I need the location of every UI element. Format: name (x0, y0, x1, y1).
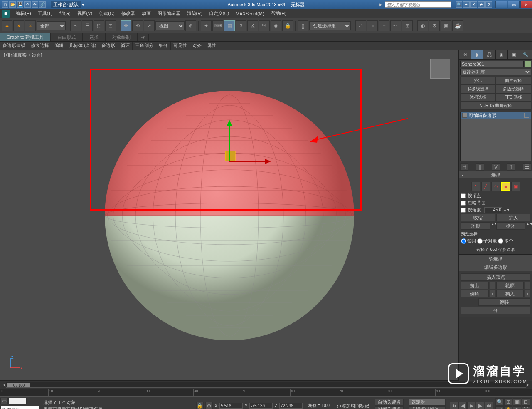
rollout-header-editpoly[interactable]: -编辑多边形 (459, 263, 532, 271)
select-manip-icon[interactable]: ✦ (201, 20, 212, 31)
stack-checkbox-icon[interactable] (524, 113, 529, 118)
snap-3-icon[interactable]: 3 (236, 20, 246, 31)
btn-bevel-settings[interactable]: ▫ (490, 290, 495, 297)
percent-snap-icon[interactable]: % (259, 20, 270, 31)
snap-2d-icon[interactable]: ▦ (224, 20, 235, 31)
btn-outline[interactable]: 轮廓 (496, 282, 524, 289)
menu-modifiers[interactable]: 修改器 (118, 10, 138, 17)
workspace-selector[interactable]: 工作台: 默认 ▾ (51, 1, 84, 8)
btn-insert-vertex[interactable]: 插入顶点 (461, 273, 530, 281)
object-name-input[interactable] (460, 61, 524, 67)
rotate-tool-icon[interactable]: ⟲ (132, 20, 143, 31)
zoom-extents-all-icon[interactable]: ⊡ (522, 398, 530, 406)
tab-motion-icon[interactable]: ◉ (496, 50, 508, 59)
btn-grow[interactable]: 扩大 (496, 214, 531, 221)
panel-subdiv[interactable]: 细分 (156, 42, 171, 50)
keyboard-icon[interactable]: ⌨ (212, 20, 223, 31)
tab-hierarchy-icon[interactable]: 品 (483, 50, 495, 59)
btn-outline-settings[interactable]: ▫ (525, 282, 530, 289)
modbtn-ffd-select[interactable]: FFD 选择 (496, 93, 532, 102)
radio-preview-off[interactable] (461, 238, 466, 244)
chk-ignore-backfacing[interactable]: 忽略背面 (461, 200, 530, 206)
select-region-icon[interactable]: ⬚ (94, 20, 104, 31)
subobj-edge-icon[interactable]: ╱ (481, 182, 490, 191)
set-key-button[interactable]: 设置关键点 (375, 406, 404, 409)
search-input[interactable] (385, 1, 451, 8)
spinner-arrows-icon[interactable]: ▲▼ (503, 208, 510, 212)
rollout-header-selection[interactable]: -选择 (459, 171, 532, 178)
abs-rel-icon[interactable]: ⊕ (205, 402, 213, 409)
make-unique-icon[interactable]: ∀ (492, 163, 500, 171)
next-frame-icon[interactable]: ▶ (476, 402, 484, 409)
time-slider-handle[interactable]: 0 / 100 (7, 383, 30, 387)
exchange-icon[interactable]: ✕ (470, 1, 477, 8)
max-toggle-icon[interactable]: ⛶ (522, 406, 530, 409)
panel-modify-sel[interactable]: 修改选择 (28, 42, 52, 50)
subobj-polygon-icon[interactable]: ■ (501, 182, 510, 191)
btn-shrink[interactable]: 收缩 (461, 214, 495, 221)
tab-display-icon[interactable]: ▣ (508, 50, 520, 59)
ref-coord-system[interactable]: 视图 (155, 21, 185, 30)
tab-selection[interactable]: 选择 (83, 33, 106, 41)
schematic-icon[interactable]: ⊞ (402, 20, 413, 31)
panel-geometry[interactable]: 几何体 (全部) (66, 42, 99, 50)
save-icon[interactable]: 💾 (17, 1, 23, 8)
angle-snap-icon[interactable]: ∡ (247, 20, 258, 31)
btn-inset-settings[interactable]: ▫ (525, 290, 530, 297)
show-end-result-icon[interactable]: ‖ (476, 163, 484, 171)
object-color-swatch[interactable] (525, 61, 531, 67)
modbtn-spline-select[interactable]: 样条线选择 (460, 85, 496, 93)
z-coord-input[interactable] (279, 403, 303, 409)
modifier-list-dropdown[interactable]: 修改器列表 (460, 69, 531, 75)
minimize-button[interactable]: ─ (495, 1, 507, 8)
close-button[interactable]: ✕ (520, 1, 532, 8)
btn-ring[interactable]: 环形 (461, 222, 490, 230)
pivot-icon[interactable]: ⊕ (185, 20, 196, 31)
modbtn-extrude[interactable]: 挤出 (460, 77, 496, 85)
menu-animation[interactable]: 动画 (138, 10, 154, 17)
subobj-vertex-icon[interactable]: ∴ (471, 182, 480, 191)
undo-icon[interactable]: ↶ (24, 1, 31, 8)
rollout-header-softsel[interactable]: +软选择 (459, 255, 532, 263)
btn-loop[interactable]: 循环 (496, 222, 526, 230)
tab-modify-icon[interactable]: ◗ (471, 50, 483, 59)
panel-polygons[interactable]: 多边形 (99, 42, 118, 50)
menu-rendering[interactable]: 渲染(R) (184, 10, 206, 17)
menu-group[interactable]: 组(G) (56, 10, 74, 17)
panel-align[interactable]: 对齐 (190, 42, 204, 50)
angle-value-input[interactable] (484, 207, 502, 213)
subobj-border-icon[interactable]: ◇ (491, 182, 500, 191)
btn-extrude[interactable]: 挤出 (461, 282, 489, 289)
link-icon[interactable]: 🔗 (39, 1, 46, 8)
maxscript-mini-icon[interactable]: ▭ (0, 398, 8, 404)
bind-icon[interactable]: ⤬ (25, 20, 36, 31)
spinner-snap-icon[interactable]: ◉ (271, 20, 281, 31)
y-coord-input[interactable] (249, 403, 273, 409)
redo-icon[interactable]: ↷ (32, 1, 38, 8)
chk-by-vertex[interactable]: 按顶点 (461, 193, 530, 199)
align-icon[interactable]: ⊫ (367, 20, 378, 31)
radio-preview-multi[interactable] (498, 238, 503, 244)
pan-icon[interactable]: ✋ (504, 406, 512, 409)
pin-stack-icon[interactable]: ⊣ (460, 163, 468, 171)
new-icon[interactable]: ◻ (2, 1, 8, 8)
scale-tool-icon[interactable]: ⤢ (144, 20, 155, 31)
tab-utilities-icon[interactable]: 🔧 (520, 50, 532, 59)
ribbon-expand-icon[interactable]: ▫▾ (138, 34, 149, 41)
link-tool-icon[interactable]: ⤩ (2, 20, 12, 31)
modbtn-patch-select[interactable]: 面片选择 (496, 77, 532, 85)
play-icon[interactable]: ▶ (467, 402, 475, 409)
unlink-tool-icon[interactable]: ⤨ (13, 20, 24, 31)
menu-customize[interactable]: 自定义(U) (206, 10, 232, 17)
prev-frame-icon[interactable]: ◀ (458, 402, 467, 409)
btn-extrude-settings[interactable]: ▫ (490, 282, 495, 289)
comm-icon[interactable]: ✦ (463, 1, 470, 8)
viewcube-icon[interactable] (430, 59, 450, 79)
tab-freeform[interactable]: 自由形式 (51, 33, 83, 41)
search-icon[interactable]: 🔍 (456, 1, 462, 8)
loop-spinner-icon[interactable]: ▲▼ (526, 222, 530, 230)
named-selection-set[interactable]: 创建选择集 (309, 21, 351, 30)
menu-create[interactable]: 创建(C) (96, 10, 118, 17)
open-icon[interactable]: 📂 (9, 1, 16, 8)
panel-edit[interactable]: 编辑 (52, 42, 66, 50)
